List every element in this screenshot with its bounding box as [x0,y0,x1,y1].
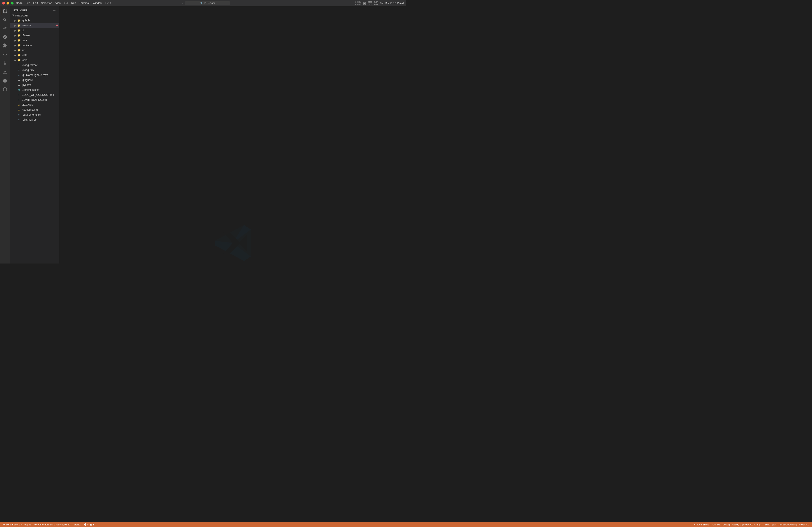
tree-item[interactable]: ▶ 📁 package [10,43,59,48]
menu-edit[interactable]: Edit [33,2,38,5]
tree-item[interactable]: ▶ 📁 cMake [10,33,59,38]
minimize-button[interactable] [6,2,9,4]
file-icon: M [17,88,21,92]
folder-icon: 📁 [17,54,21,57]
tree-item-label: README.md [21,108,59,111]
activity-remote[interactable] [1,51,9,59]
activity-settings-mid[interactable] [1,85,9,93]
tree-item[interactable]: ≡ rpkg.macros [10,117,59,122]
tree-item-label: CONTRIBUTING.md [21,98,59,102]
folder-icon: 📁 [17,58,21,62]
tree-item-vscode[interactable]: ▶ 📁 .vscode [10,23,59,28]
activity-search[interactable] [1,16,9,24]
file-icon: ★ [17,103,21,107]
tree-item[interactable]: ≡ .git-blame-ignore-revs [10,73,59,77]
nav-forward[interactable]: → [180,1,184,5]
activity-source-control[interactable] [1,24,9,32]
tree-item-label: LICENSE [21,103,59,106]
folder-icon: 📁 [17,34,21,37]
tree-item-label: .clang-tidy [21,69,59,72]
layout-icon[interactable]: ▣ [363,2,366,5]
close-button[interactable] [2,2,5,4]
menu-window[interactable]: Window [93,2,102,5]
activity-explorer[interactable] [1,7,9,15]
folder-icon: 📁 [17,24,21,27]
folder-chevron: ▶ [14,48,17,52]
activity-info[interactable] [1,77,9,85]
menu-selection[interactable]: Selection [41,2,52,5]
folder-chevron: ▶ [14,58,17,62]
time-display: Tue Mar 21 10:15 AM [380,2,404,4]
tree-item-label: CODE_OF_CONDUCT.md [21,93,59,96]
tree-item[interactable]: ▶ 📁 .github [10,18,59,23]
tree-root[interactable]: ▶ FREECAD [10,13,59,18]
folder-icon: 📁 [17,29,21,32]
tree-item[interactable]: ! .clang-format [10,63,59,67]
tree-item[interactable]: ▶ 📁 data [10,38,59,43]
activity-testing[interactable] [1,60,9,67]
tree-item-label: cMake [21,34,59,37]
menu-file[interactable]: File [26,2,30,5]
svg-point-2 [4,72,6,73]
search-bar[interactable]: 🔍 FreeCAD [185,1,230,5]
file-icon: ♦ [17,98,21,102]
tree-item[interactable]: ♦ CODE_OF_CONDUCT.md [10,92,59,97]
menu-go[interactable]: Go [64,2,68,5]
folder-chevron: ▶ [14,29,17,32]
tree-item[interactable]: ♦ CONTRIBUTING.md [10,97,59,102]
tree-item[interactable]: M CMakeLists.txt [10,88,59,92]
menu-run[interactable]: Run [71,2,76,5]
network-info: 0 KB/s 0 KB/s [356,1,362,5]
memory-info: 2320 2500 [368,1,372,5]
activity-more[interactable]: ··· [1,94,9,102]
file-icon: ! [17,63,21,67]
tree-item[interactable]: ☉ README.md [10,107,59,112]
activity-cmake[interactable] [1,68,9,76]
folder-chevron: ▶ [14,19,17,22]
activity-bar: ··· [0,6,10,264]
folder-icon: 📁 [17,39,21,42]
explorer-header: EXPLORER ··· [10,6,59,13]
tree-item[interactable]: ▶ 📁 src [10,48,59,53]
tree-item-label: rpkg.macros [21,118,59,121]
tree-item-label: ci [21,29,59,32]
menu-help[interactable]: Help [105,2,111,5]
menu-view[interactable]: View [55,2,61,5]
explorer-title: EXPLORER [14,9,28,12]
file-icon: ≡ [17,68,21,72]
file-icon: ≡ [17,113,21,117]
tree-item-label: data [21,39,59,42]
menu-terminal[interactable]: Terminal [79,2,89,5]
tree-item-label: CMakeLists.txt [21,88,59,91]
file-icon: ≡ [17,118,21,121]
modified-badge [56,25,58,26]
root-chevron: ▶ [12,14,15,17]
tree-item-label: .pylintrc [21,84,59,87]
sidebar-more-actions[interactable]: ··· [53,9,56,12]
maximize-button[interactable] [11,2,14,4]
file-icon: ♦ [17,93,21,97]
menu-code[interactable]: Code [16,2,23,5]
file-icon: ◆ [17,83,21,87]
tree-item[interactable]: ▶ 📁 tests [10,53,59,58]
tree-item[interactable]: ★ LICENSE [10,102,59,107]
nav-back[interactable]: ← [176,1,179,5]
activity-extensions[interactable] [1,42,9,49]
tree-item[interactable]: ▶ 📁 ci [10,28,59,33]
tree-item-label: src [21,49,59,52]
folder-icon: 📁 [17,48,21,52]
file-icon: ≡ [17,73,21,77]
tree-item[interactable]: ◆ .pylintrc [10,82,59,88]
activity-debug[interactable] [1,33,9,41]
folder-chevron: ▶ [14,39,17,42]
tree-item[interactable]: ◆ .gitignore [10,77,59,82]
folder-chevron: ▶ [14,24,17,27]
tree-item[interactable]: ≡ .clang-tidy [10,67,59,73]
tree-item[interactable]: ▶ 📁 tools [10,58,59,63]
cpu-info: 0.8A 16W [374,1,378,5]
tree-item-label: .git-blame-ignore-revs [21,74,59,77]
tree-item[interactable]: ≡ requirements.txt [10,112,59,117]
editor-area: Show All Commands ⇧ ⌘ P Go to File ⌘ P F… [60,6,406,264]
sidebar: EXPLORER ··· ▶ FREECAD ▶ 📁 .github ▶ 📁 .… [10,6,60,264]
tree-item-label: requirements.txt [21,113,59,116]
